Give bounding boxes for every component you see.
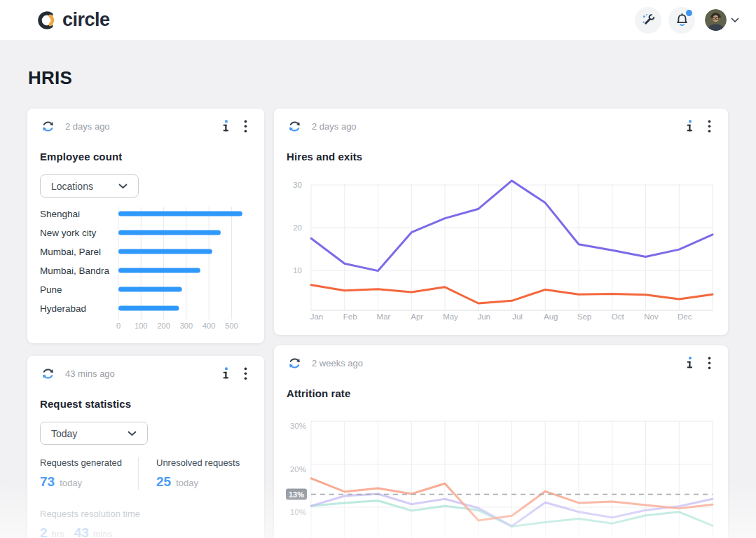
info-icon: [223, 120, 229, 133]
stat-value-hours: 2: [40, 525, 48, 538]
more-menu-button[interactable]: [244, 120, 247, 133]
stat-unit: today: [176, 478, 198, 488]
kebab-icon: [244, 367, 247, 380]
svg-text:200: 200: [157, 322, 170, 330]
svg-text:400: 400: [202, 322, 215, 330]
info-button[interactable]: [223, 120, 229, 133]
svg-text:Feb: Feb: [343, 312, 357, 321]
last-updated: 2 weeks ago: [312, 358, 363, 368]
info-icon: [687, 357, 693, 370]
svg-text:13%: 13%: [289, 490, 304, 499]
employee-count-card: 2 days ago Employee count Locations 0100…: [27, 109, 264, 343]
stat-label: Requests resolution time: [40, 509, 264, 519]
stat-unit-hours: hrs: [52, 529, 64, 538]
svg-text:Pune: Pune: [40, 284, 62, 295]
navbar: circle: [0, 0, 756, 40]
hires-exits-card: 2 days ago Hires and exits 102030JanFebM…: [274, 109, 728, 335]
period-dropdown[interactable]: Today: [40, 422, 148, 445]
notifications-button[interactable]: [668, 7, 695, 34]
svg-text:10: 10: [293, 266, 302, 275]
svg-text:100: 100: [135, 322, 147, 330]
kebab-icon: [244, 120, 247, 133]
svg-text:10%: 10%: [290, 508, 306, 516]
chevron-down-icon: [118, 184, 128, 189]
page-title: HRIS: [28, 67, 72, 89]
tools-button[interactable]: [635, 7, 661, 34]
svg-text:Hyderabad: Hyderabad: [40, 303, 86, 314]
svg-text:500: 500: [225, 322, 238, 330]
employee-count-bar-chart: 0100200300400500ShenghaiNew york cityMum…: [27, 203, 264, 340]
chevron-down-icon: [128, 431, 137, 436]
refresh-button[interactable]: [287, 118, 303, 134]
card-title: Attrition rate: [287, 387, 728, 399]
svg-text:30%: 30%: [290, 422, 306, 430]
svg-text:Mumbai, Parel: Mumbai, Parel: [40, 247, 101, 257]
kebab-icon: [708, 120, 711, 133]
svg-text:Dec: Dec: [678, 312, 692, 321]
locations-dropdown[interactable]: Locations: [40, 174, 139, 198]
info-icon: [687, 120, 693, 133]
info-icon: [223, 367, 229, 380]
svg-text:Mumbai, Bandra: Mumbai, Bandra: [40, 265, 110, 276]
last-updated: 43 mins ago: [65, 368, 115, 379]
svg-text:Oct: Oct: [612, 312, 625, 321]
notification-dot: [686, 10, 692, 16]
stat-resolution-time: Requests resolution time 2 hrs 43 mins: [40, 509, 264, 538]
svg-text:20: 20: [293, 223, 302, 232]
svg-text:0: 0: [116, 322, 121, 330]
refresh-icon: [287, 355, 303, 371]
info-button[interactable]: [687, 120, 693, 133]
card-title: Request statistics: [40, 398, 264, 410]
stat-unresolved-requests: Unresolved requests 25 today: [138, 457, 261, 490]
svg-text:Nov: Nov: [644, 312, 659, 321]
card-header: 43 mins ago: [27, 356, 264, 382]
stat-value-mins: 43: [74, 525, 89, 538]
stat-requests-generated: Requests generated 73 today: [40, 457, 138, 490]
dropdown-value: Locations: [51, 181, 93, 192]
card-header: 2 days ago: [27, 109, 264, 134]
attrition-rate-line-chart: 30%20%10%13%: [274, 415, 728, 538]
svg-text:Shenghai: Shenghai: [40, 209, 80, 219]
stat-unit-mins: mins: [93, 529, 112, 538]
refresh-icon: [40, 118, 56, 134]
attrition-rate-card: 2 weeks ago Attrition rate 30%20%10%13%: [274, 345, 728, 538]
svg-text:30: 30: [293, 181, 302, 189]
svg-text:20%: 20%: [290, 465, 306, 474]
refresh-icon: [287, 118, 303, 134]
stat-value: 25: [156, 474, 171, 490]
stat-value: 73: [40, 474, 55, 490]
svg-text:New york city: New york city: [40, 228, 97, 238]
card-header: 2 days ago: [274, 109, 728, 134]
more-menu-button[interactable]: [708, 357, 711, 370]
svg-text:May: May: [443, 312, 458, 321]
stat-label: Unresolved requests: [156, 457, 261, 468]
svg-text:Aug: Aug: [544, 312, 558, 321]
more-menu-button[interactable]: [708, 120, 711, 133]
card-title: Employee count: [40, 151, 264, 163]
more-menu-button[interactable]: [244, 367, 247, 380]
svg-text:Jul: Jul: [512, 312, 523, 321]
refresh-button[interactable]: [40, 366, 56, 382]
card-header: 2 weeks ago: [274, 345, 728, 371]
avatar: [705, 9, 727, 31]
wrench-icon: [641, 13, 656, 27]
circle-logo-icon: [36, 10, 57, 31]
last-updated: 2 days ago: [312, 121, 357, 132]
stat-label: Requests generated: [40, 457, 138, 468]
info-button[interactable]: [687, 357, 693, 370]
stat-unit: today: [60, 478, 82, 488]
svg-text:Jan: Jan: [310, 312, 324, 321]
user-menu[interactable]: [705, 9, 739, 31]
refresh-button[interactable]: [287, 355, 303, 371]
svg-text:Mar: Mar: [377, 312, 391, 321]
app-logo[interactable]: circle: [36, 9, 110, 31]
stats-row: Requests generated 73 today Unresolved r…: [40, 457, 264, 490]
svg-text:Jun: Jun: [477, 312, 490, 321]
card-title: Hires and exits: [287, 151, 728, 163]
info-button[interactable]: [223, 367, 229, 380]
last-updated: 2 days ago: [65, 121, 110, 132]
refresh-button[interactable]: [40, 118, 56, 134]
svg-text:300: 300: [180, 322, 193, 330]
svg-text:Apr: Apr: [411, 312, 423, 321]
hires-exits-line-chart: 102030JanFebMarAprMayJunJulAugSepOctNovD…: [274, 175, 728, 329]
